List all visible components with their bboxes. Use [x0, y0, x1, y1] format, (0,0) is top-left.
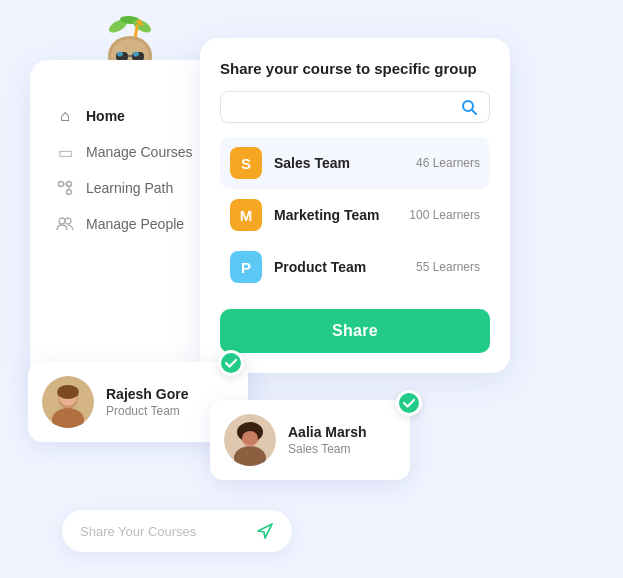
- person-info-aalia: Aalia Marsh Sales Team: [288, 424, 367, 456]
- svg-point-31: [242, 431, 258, 445]
- person-info-rajesh: Rajesh Gore Product Team: [106, 386, 188, 418]
- group-avatar-product: P: [230, 251, 262, 283]
- svg-point-18: [65, 218, 71, 224]
- check-badge-aalia: [396, 390, 422, 416]
- search-box: [220, 91, 490, 123]
- search-button[interactable]: [461, 99, 477, 115]
- group-name-product: Product Team: [274, 259, 416, 275]
- path-icon: [56, 179, 74, 197]
- svg-point-32: [399, 393, 419, 413]
- svg-line-20: [472, 110, 476, 114]
- group-avatar-sales: S: [230, 147, 262, 179]
- share-input-placeholder: Share Your Courses: [80, 524, 246, 539]
- svg-point-10: [117, 52, 123, 57]
- person-card-aalia: Aalia Marsh Sales Team: [210, 400, 410, 480]
- people-icon: [56, 215, 74, 233]
- sidebar-item-learning-path-label: Learning Path: [86, 180, 173, 196]
- group-count-marketing: 100 Learners: [409, 208, 480, 222]
- avatar-rajesh: [42, 376, 94, 428]
- avatar-aalia: [224, 414, 276, 466]
- svg-point-25: [57, 385, 79, 399]
- group-list: S Sales Team 46 Learners M Marketing Tea…: [220, 137, 490, 293]
- person-name-rajesh: Rajesh Gore: [106, 386, 188, 402]
- svg-point-11: [133, 52, 139, 57]
- group-name-marketing: Marketing Team: [274, 207, 409, 223]
- share-card-title: Share your course to specific group: [220, 60, 490, 77]
- svg-point-12: [59, 182, 64, 187]
- sidebar-item-home-label: Home: [86, 108, 125, 124]
- sidebar-item-manage-courses-label: Manage Courses: [86, 144, 193, 160]
- group-item-sales[interactable]: S Sales Team 46 Learners: [220, 137, 490, 189]
- svg-point-17: [59, 218, 65, 224]
- person-team-aalia: Sales Team: [288, 442, 367, 456]
- svg-point-14: [67, 182, 72, 187]
- group-avatar-marketing: M: [230, 199, 262, 231]
- group-item-product[interactable]: P Product Team 55 Learners: [220, 241, 490, 293]
- check-badge-rajesh: [218, 350, 244, 376]
- group-item-marketing[interactable]: M Marketing Team 100 Learners: [220, 189, 490, 241]
- send-icon: [256, 522, 274, 540]
- group-count-product: 55 Learners: [416, 260, 480, 274]
- search-input[interactable]: [233, 100, 461, 115]
- share-input-card: Share Your Courses: [62, 510, 292, 552]
- svg-point-13: [67, 190, 72, 195]
- share-card: Share your course to specific group S Sa…: [200, 38, 510, 373]
- person-team-rajesh: Product Team: [106, 404, 188, 418]
- home-icon: ⌂: [56, 107, 74, 125]
- share-button[interactable]: Share: [220, 309, 490, 353]
- svg-point-26: [221, 353, 241, 373]
- group-count-sales: 46 Learners: [416, 156, 480, 170]
- group-name-sales: Sales Team: [274, 155, 416, 171]
- monitor-icon: ▭: [56, 143, 74, 161]
- sidebar-item-manage-people-label: Manage People: [86, 216, 184, 232]
- person-name-aalia: Aalia Marsh: [288, 424, 367, 440]
